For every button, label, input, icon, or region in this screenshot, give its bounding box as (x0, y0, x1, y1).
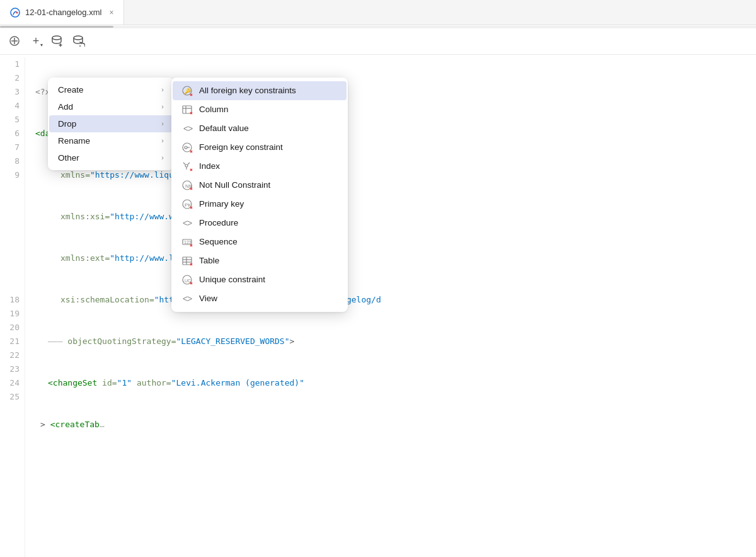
db-add-icon[interactable] (48, 32, 67, 50)
menu-item-create[interactable]: Create › (49, 81, 173, 98)
file-tab[interactable]: 12-01-changelog.xml × (0, 0, 124, 25)
column-icon (181, 104, 193, 115)
procedure-icon: < > (181, 217, 193, 229)
svg-point-25 (185, 164, 188, 167)
chevron-right-icon: › (161, 137, 164, 144)
svg-text:>: > (187, 218, 192, 228)
submenu-item-view[interactable]: < > View (173, 289, 346, 308)
liquibase-icon (10, 8, 20, 18)
tab-filename: 12-01-changelog.xml (25, 8, 101, 17)
svg-point-0 (11, 8, 20, 17)
toolbar: + ▾ (0, 28, 756, 55)
table-icon (181, 255, 193, 267)
submenu-item-column[interactable]: Column (173, 100, 346, 119)
fk-single-icon (181, 142, 193, 153)
context-menu-primary: Create › Add › Drop › Rename › Other › (48, 78, 174, 170)
chevron-right-icon: › (161, 86, 164, 93)
submenu-item-table[interactable]: Table (173, 251, 346, 270)
db-refresh-icon[interactable] (69, 32, 88, 50)
chevron-right-icon: › (161, 154, 164, 161)
submenu-item-sequence[interactable]: 123 Sequence (173, 233, 346, 251)
submenu-item-fk-constraint[interactable]: Foreign key constraint (173, 138, 346, 157)
svg-text:UC: UC (185, 278, 191, 283)
svg-text:>: > (187, 294, 192, 304)
unique-constraint-icon: UC (181, 274, 193, 285)
index-icon (181, 161, 193, 172)
sequence-icon: 123 (181, 236, 193, 248)
menu-item-other[interactable]: Other › (49, 149, 173, 166)
svg-text:123: 123 (184, 240, 192, 244)
submenu-item-all-fk[interactable]: 🔑 All foreign key constraints (173, 81, 346, 100)
not-null-icon: NN (181, 180, 193, 191)
submenu-item-index[interactable]: Index (173, 157, 346, 176)
submenu-item-primary-key[interactable]: PK Primary key (173, 195, 346, 214)
fk-icon: 🔑 (181, 85, 193, 96)
svg-text:🔑: 🔑 (184, 88, 192, 95)
svg-point-1 (16, 11, 18, 13)
navigate-icon[interactable] (5, 32, 24, 50)
add-button[interactable]: + ▾ (26, 32, 45, 50)
menu-item-rename[interactable]: Rename › (49, 132, 173, 149)
svg-text:>: > (188, 123, 193, 134)
chevron-right-icon: › (161, 120, 164, 127)
svg-point-5 (52, 36, 61, 40)
menu-item-drop[interactable]: Drop › (49, 115, 173, 132)
svg-line-26 (183, 163, 185, 164)
submenu-item-default-value[interactable]: < > Default value (173, 119, 346, 138)
svg-point-8 (74, 36, 83, 40)
line-numbers: 1 2 3 4 5 6 7 8 9 18 19 20 21 22 23 24 2… (0, 57, 25, 558)
chevron-right-icon: › (161, 103, 164, 110)
submenu-item-unique[interactable]: UC Unique constraint (173, 270, 346, 289)
primary-key-icon: PK (181, 198, 193, 210)
brackets-icon: < > (181, 123, 193, 134)
view-icon: < > (181, 293, 193, 304)
tab-close-button[interactable]: × (109, 8, 113, 17)
submenu-item-procedure[interactable]: < > Procedure (173, 214, 346, 233)
svg-line-27 (188, 163, 190, 164)
context-menu-drop-submenu: 🔑 All foreign key constraints Column (171, 78, 348, 312)
submenu-item-not-null[interactable]: NN Not Null Constraint (173, 176, 346, 195)
tab-bar: 12-01-changelog.xml × (0, 0, 756, 25)
menu-item-add[interactable]: Add › (49, 98, 173, 115)
editor-area: 1 2 3 4 5 6 7 8 9 18 19 20 21 22 23 24 2… (0, 55, 756, 558)
svg-point-21 (185, 146, 187, 149)
